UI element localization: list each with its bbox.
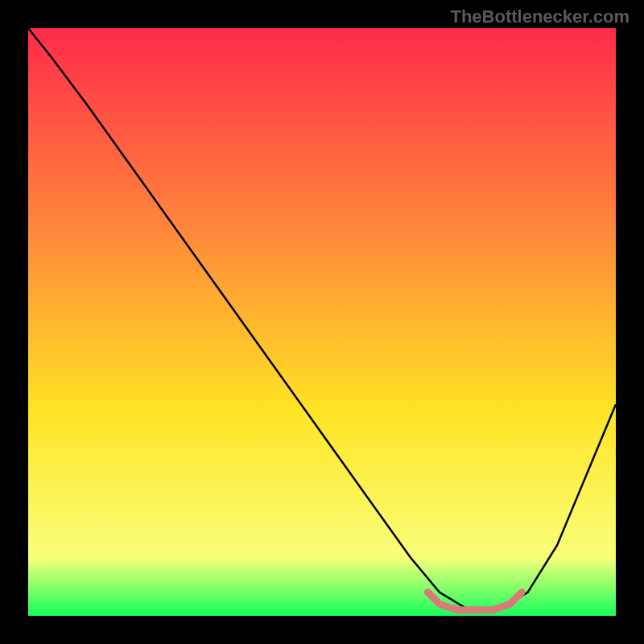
bottleneck-curve — [28, 28, 616, 610]
plot-area — [28, 28, 616, 616]
optimal-zone-marker — [427, 592, 522, 610]
watermark-text: TheBottlenecker.com — [450, 6, 630, 27]
chart-lines — [28, 28, 616, 616]
chart-frame — [28, 28, 616, 616]
